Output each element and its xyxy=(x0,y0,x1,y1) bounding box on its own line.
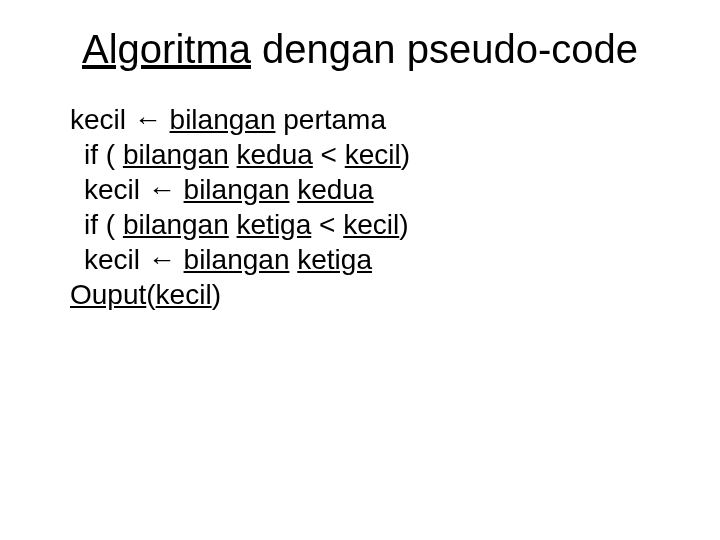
text-underlined: kedua xyxy=(237,139,313,170)
title-rest: dengan pseudo-code xyxy=(251,27,638,71)
text xyxy=(162,104,170,135)
text: < xyxy=(311,209,343,240)
line-3: kecil ← bilangan kedua xyxy=(84,172,660,207)
text xyxy=(229,139,237,170)
slide-title: Algoritma dengan pseudo-code xyxy=(60,24,660,74)
text-underlined: bilangan xyxy=(123,139,229,170)
slide: Algoritma dengan pseudo-code kecil ← bil… xyxy=(0,0,720,540)
line-5: kecil ← bilangan ketiga xyxy=(84,242,660,277)
line-6: Ouput(kecil) xyxy=(70,277,660,312)
text-underlined: kecil xyxy=(345,139,401,170)
text: ) xyxy=(399,209,408,240)
text: ) xyxy=(212,279,221,310)
text-underlined: kecil xyxy=(156,279,212,310)
arrow-left-icon: ← xyxy=(148,174,176,205)
arrow-left-icon: ← xyxy=(148,244,176,275)
text-underlined: Ouput xyxy=(70,279,146,310)
title-word-underlined: Algoritma xyxy=(82,27,251,71)
line-1: kecil ← bilangan pertama xyxy=(70,102,660,137)
text-underlined: ketiga xyxy=(297,244,372,275)
text-underlined: kecil xyxy=(343,209,399,240)
text-underlined: kedua xyxy=(297,174,373,205)
text: kecil xyxy=(84,174,148,205)
text-underlined: bilangan xyxy=(170,104,276,135)
text: < xyxy=(313,139,345,170)
text xyxy=(229,209,237,240)
text: if ( xyxy=(84,209,123,240)
text: ( xyxy=(146,279,155,310)
text-underlined: bilangan xyxy=(184,244,290,275)
text: ) xyxy=(401,139,410,170)
text xyxy=(176,244,184,275)
arrow-left-icon: ← xyxy=(134,104,162,135)
text: kecil xyxy=(84,244,148,275)
text: pertama xyxy=(275,104,386,135)
pseudocode-block: kecil ← bilangan pertama if ( bilangan k… xyxy=(70,102,660,312)
text-underlined: bilangan xyxy=(123,209,229,240)
text xyxy=(176,174,184,205)
text-underlined: bilangan xyxy=(184,174,290,205)
text: if ( xyxy=(84,139,123,170)
line-2: if ( bilangan kedua < kecil) xyxy=(84,137,660,172)
text: kecil xyxy=(70,104,134,135)
text-underlined: ketiga xyxy=(237,209,312,240)
line-4: if ( bilangan ketiga < kecil) xyxy=(84,207,660,242)
